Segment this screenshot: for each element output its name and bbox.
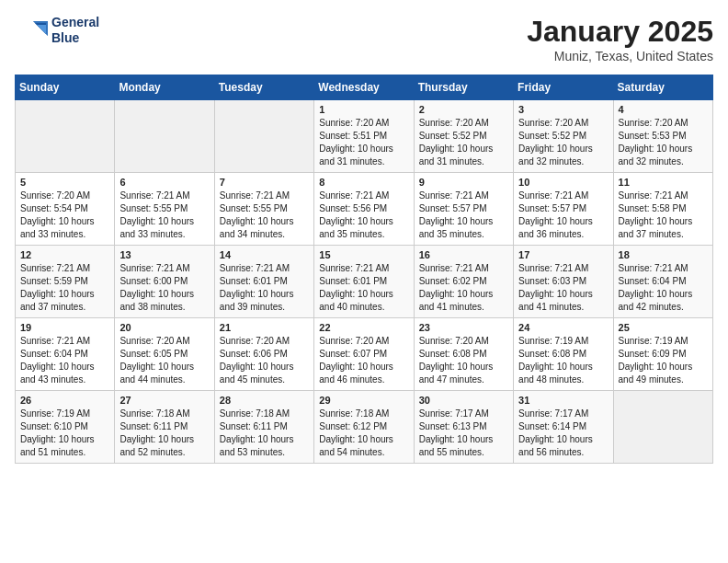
day-number: 20 [119, 322, 209, 333]
day-info: Sunrise: 7:20 AM Sunset: 5:53 PM Dayligh… [619, 117, 708, 168]
day-info: Sunrise: 7:21 AM Sunset: 6:00 PM Dayligh… [119, 262, 209, 314]
calendar-day-cell: 15Sunrise: 7:21 AM Sunset: 6:01 PM Dayli… [314, 246, 414, 318]
logo: General Blue [15, 15, 99, 46]
location: Muniz, Texas, United States [527, 49, 713, 63]
day-number: 31 [518, 395, 608, 406]
day-info: Sunrise: 7:21 AM Sunset: 5:56 PM Dayligh… [319, 190, 408, 241]
day-info: Sunrise: 7:21 AM Sunset: 6:04 PM Dayligh… [619, 262, 708, 314]
day-number: 24 [518, 322, 608, 333]
calendar-day-cell [613, 391, 712, 464]
calendar-day-cell: 4Sunrise: 7:20 AM Sunset: 5:53 PM Daylig… [613, 100, 712, 173]
calendar-week-row: 26Sunrise: 7:19 AM Sunset: 6:10 PM Dayli… [16, 391, 713, 464]
day-info: Sunrise: 7:20 AM Sunset: 6:08 PM Dayligh… [419, 335, 508, 386]
calendar-day-cell [214, 100, 313, 173]
calendar-day-cell: 19Sunrise: 7:21 AM Sunset: 6:04 PM Dayli… [16, 318, 115, 391]
day-number: 2 [419, 104, 508, 115]
day-number: 22 [319, 322, 408, 333]
calendar-day-cell: 5Sunrise: 7:20 AM Sunset: 5:54 PM Daylig… [16, 173, 115, 246]
day-info: Sunrise: 7:20 AM Sunset: 5:54 PM Dayligh… [20, 190, 109, 241]
calendar-day-cell: 30Sunrise: 7:17 AM Sunset: 6:13 PM Dayli… [414, 391, 513, 464]
calendar-day-cell: 29Sunrise: 7:18 AM Sunset: 6:12 PM Dayli… [314, 391, 414, 464]
calendar-day-cell: 1Sunrise: 7:20 AM Sunset: 5:51 PM Daylig… [314, 100, 414, 173]
day-number: 9 [419, 177, 508, 188]
calendar-day-cell: 8Sunrise: 7:21 AM Sunset: 5:56 PM Daylig… [314, 173, 414, 246]
day-info: Sunrise: 7:20 AM Sunset: 5:52 PM Dayligh… [419, 117, 508, 168]
day-number: 10 [518, 177, 608, 188]
calendar-header-row: SundayMondayTuesdayWednesdayThursdayFrid… [16, 75, 713, 100]
calendar-day-cell: 24Sunrise: 7:19 AM Sunset: 6:08 PM Dayli… [514, 318, 613, 391]
calendar-day-cell: 13Sunrise: 7:21 AM Sunset: 6:00 PM Dayli… [115, 246, 214, 318]
day-info: Sunrise: 7:21 AM Sunset: 5:57 PM Dayligh… [419, 190, 508, 241]
day-info: Sunrise: 7:21 AM Sunset: 5:58 PM Dayligh… [619, 190, 708, 241]
calendar-day-cell: 6Sunrise: 7:21 AM Sunset: 5:55 PM Daylig… [115, 173, 214, 246]
calendar-day-cell [16, 100, 115, 173]
day-info: Sunrise: 7:19 AM Sunset: 6:10 PM Dayligh… [20, 408, 109, 459]
calendar-day-cell: 23Sunrise: 7:20 AM Sunset: 6:08 PM Dayli… [414, 318, 513, 391]
weekday-header: Tuesday [214, 75, 313, 100]
day-info: Sunrise: 7:21 AM Sunset: 5:57 PM Dayligh… [518, 190, 608, 241]
weekday-header: Saturday [613, 75, 712, 100]
calendar-day-cell: 7Sunrise: 7:21 AM Sunset: 5:55 PM Daylig… [214, 173, 313, 246]
calendar-day-cell: 10Sunrise: 7:21 AM Sunset: 5:57 PM Dayli… [514, 173, 613, 246]
day-info: Sunrise: 7:17 AM Sunset: 6:14 PM Dayligh… [518, 408, 608, 459]
day-info: Sunrise: 7:21 AM Sunset: 6:04 PM Dayligh… [20, 335, 109, 386]
day-number: 3 [518, 104, 608, 115]
day-number: 12 [20, 249, 109, 260]
calendar-day-cell: 20Sunrise: 7:20 AM Sunset: 6:05 PM Dayli… [115, 318, 214, 391]
day-number: 23 [419, 322, 508, 333]
calendar-day-cell: 27Sunrise: 7:18 AM Sunset: 6:11 PM Dayli… [115, 391, 214, 464]
day-info: Sunrise: 7:21 AM Sunset: 6:01 PM Dayligh… [220, 262, 309, 314]
calendar-week-row: 5Sunrise: 7:20 AM Sunset: 5:54 PM Daylig… [16, 173, 713, 246]
day-number: 11 [619, 177, 708, 188]
logo-text: General Blue [51, 15, 99, 46]
calendar-day-cell: 31Sunrise: 7:17 AM Sunset: 6:14 PM Dayli… [514, 391, 613, 464]
day-info: Sunrise: 7:20 AM Sunset: 5:51 PM Dayligh… [319, 117, 408, 168]
logo-icon [15, 17, 48, 43]
calendar-table: SundayMondayTuesdayWednesdayThursdayFrid… [15, 75, 713, 464]
calendar-day-cell: 22Sunrise: 7:20 AM Sunset: 6:07 PM Dayli… [314, 318, 414, 391]
calendar-day-cell: 17Sunrise: 7:21 AM Sunset: 6:03 PM Dayli… [514, 246, 613, 318]
day-number: 6 [119, 177, 209, 188]
day-info: Sunrise: 7:17 AM Sunset: 6:13 PM Dayligh… [419, 408, 508, 459]
day-number: 26 [20, 395, 109, 406]
calendar-day-cell: 14Sunrise: 7:21 AM Sunset: 6:01 PM Dayli… [214, 246, 313, 318]
calendar-day-cell: 25Sunrise: 7:19 AM Sunset: 6:09 PM Dayli… [613, 318, 712, 391]
calendar-week-row: 1Sunrise: 7:20 AM Sunset: 5:51 PM Daylig… [16, 100, 713, 173]
day-number: 7 [220, 177, 309, 188]
day-info: Sunrise: 7:20 AM Sunset: 6:07 PM Dayligh… [319, 335, 408, 386]
day-number: 18 [619, 249, 708, 260]
day-info: Sunrise: 7:18 AM Sunset: 6:11 PM Dayligh… [220, 408, 309, 459]
day-number: 28 [220, 395, 309, 406]
weekday-header: Wednesday [314, 75, 414, 100]
day-number: 8 [319, 177, 408, 188]
calendar-day-cell: 26Sunrise: 7:19 AM Sunset: 6:10 PM Dayli… [16, 391, 115, 464]
weekday-header: Monday [115, 75, 214, 100]
day-number: 16 [419, 249, 508, 260]
calendar-week-row: 12Sunrise: 7:21 AM Sunset: 5:59 PM Dayli… [16, 246, 713, 318]
calendar-day-cell: 21Sunrise: 7:20 AM Sunset: 6:06 PM Dayli… [214, 318, 313, 391]
day-number: 21 [220, 322, 309, 333]
day-number: 19 [20, 322, 109, 333]
day-number: 25 [619, 322, 708, 333]
day-number: 4 [619, 104, 708, 115]
calendar-week-row: 19Sunrise: 7:21 AM Sunset: 6:04 PM Dayli… [16, 318, 713, 391]
day-info: Sunrise: 7:19 AM Sunset: 6:09 PM Dayligh… [619, 335, 708, 386]
day-info: Sunrise: 7:21 AM Sunset: 5:59 PM Dayligh… [20, 262, 109, 314]
day-number: 27 [119, 395, 209, 406]
calendar-day-cell [115, 100, 214, 173]
calendar-day-cell: 2Sunrise: 7:20 AM Sunset: 5:52 PM Daylig… [414, 100, 513, 173]
title-block: January 2025 Muniz, Texas, United States [527, 15, 713, 63]
day-info: Sunrise: 7:21 AM Sunset: 6:02 PM Dayligh… [419, 262, 508, 314]
day-number: 1 [319, 104, 408, 115]
day-info: Sunrise: 7:18 AM Sunset: 6:12 PM Dayligh… [319, 408, 408, 459]
day-number: 5 [20, 177, 109, 188]
page-header: General Blue January 2025 Muniz, Texas, … [15, 15, 713, 63]
weekday-header: Friday [514, 75, 613, 100]
calendar-day-cell: 11Sunrise: 7:21 AM Sunset: 5:58 PM Dayli… [613, 173, 712, 246]
calendar-day-cell: 3Sunrise: 7:20 AM Sunset: 5:52 PM Daylig… [514, 100, 613, 173]
weekday-header: Thursday [414, 75, 513, 100]
day-info: Sunrise: 7:21 AM Sunset: 5:55 PM Dayligh… [119, 190, 209, 241]
day-number: 29 [319, 395, 408, 406]
day-info: Sunrise: 7:19 AM Sunset: 6:08 PM Dayligh… [518, 335, 608, 386]
calendar-day-cell: 12Sunrise: 7:21 AM Sunset: 5:59 PM Dayli… [16, 246, 115, 318]
